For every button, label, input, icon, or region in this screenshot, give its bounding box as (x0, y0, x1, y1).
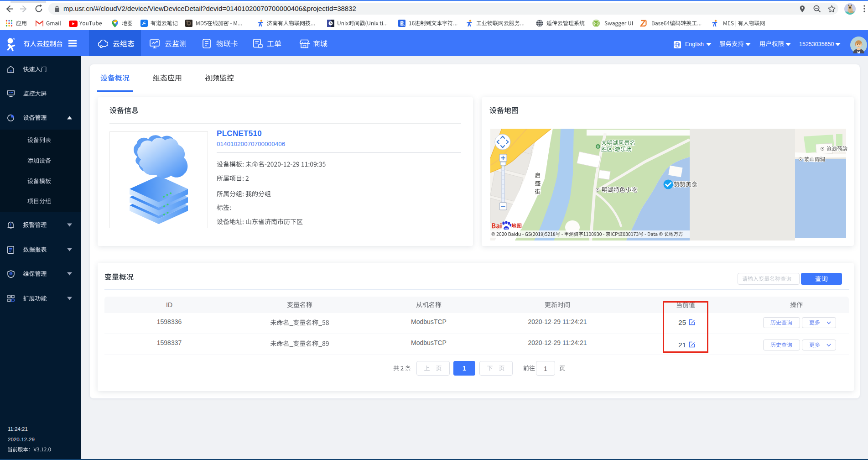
svg-text:du: du (504, 227, 508, 230)
